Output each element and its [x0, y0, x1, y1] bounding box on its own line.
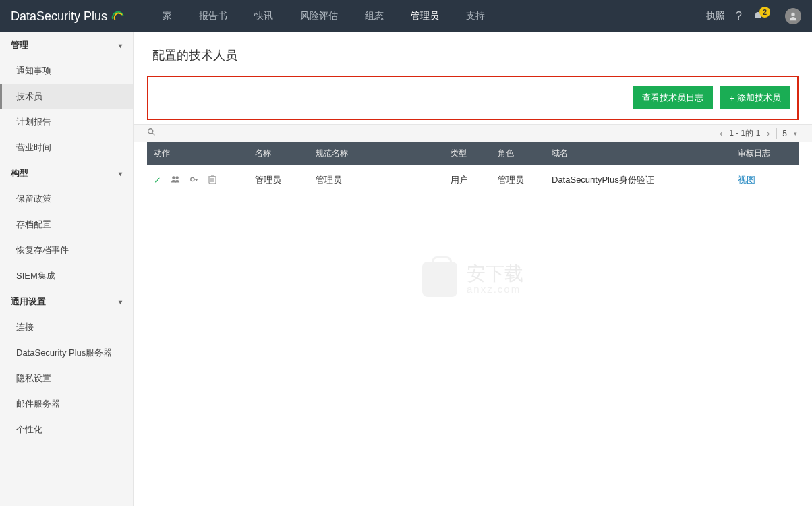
sidebar-item-1-2[interactable]: 恢复存档事件: [0, 237, 133, 263]
pager-next-icon[interactable]: ›: [765, 129, 771, 138]
caret-down-icon: ▾: [119, 298, 122, 306]
sidebar-item-0-0[interactable]: 通知事项: [0, 58, 133, 84]
sidebar-item-2-2[interactable]: 隐私设置: [0, 366, 133, 391]
nav-item-1[interactable]: 报告书: [185, 0, 241, 32]
svg-point-5: [191, 177, 194, 181]
svg-point-4: [175, 176, 178, 179]
nav-item-5[interactable]: 管理员: [397, 0, 453, 32]
pagesize-dropdown-icon[interactable]: ▾: [792, 130, 799, 137]
caret-down-icon: ▾: [119, 42, 122, 49]
brand-logo: DataSecurity Plus: [0, 9, 136, 24]
watermark: 安下载 anxz.com: [422, 262, 523, 297]
logo-arc-icon: [111, 9, 125, 23]
watermark-main: 安下载: [467, 264, 523, 283]
key-icon[interactable]: [190, 175, 199, 186]
topbar: DataSecurity Plus 家报告书快讯风险评估组态管理员支持 执照 ?…: [0, 0, 812, 32]
table-toolbar: ‹ 1 - 1的 1 › 5 ▾: [134, 124, 812, 142]
main-nav: 家报告书快讯风险评估组态管理员支持: [149, 0, 498, 32]
search-icon[interactable]: [147, 128, 156, 139]
cell-spec-name: 管理员: [309, 165, 444, 196]
pager-prev-icon[interactable]: ‹: [718, 129, 724, 138]
add-technician-button[interactable]: + 添加技术员: [720, 86, 790, 109]
sidebar-item-1-1[interactable]: 存档配置: [0, 212, 133, 237]
col-name: 名称: [248, 142, 309, 165]
sidebar: 管理▾通知事项技术员计划报告营业时间构型▾保留政策存档配置恢复存档事件SIEM集…: [0, 32, 134, 506]
nav-item-0[interactable]: 家: [149, 0, 185, 32]
sidebar-item-2-4[interactable]: 个性化: [0, 417, 133, 443]
cell-name: 管理员: [248, 165, 309, 196]
sidebar-item-1-3[interactable]: SIEM集成: [0, 263, 133, 289]
sidebar-section-1[interactable]: 构型▾: [0, 161, 133, 186]
cell-domain: DataSecurityPlus身份验证: [545, 165, 731, 196]
table-row: ✓管理员管理员用户管理员DataSecurityPlus身份验证视图: [147, 165, 799, 196]
svg-line-2: [152, 133, 155, 136]
col-domain: 域名: [545, 142, 731, 165]
pager-range: 1 - 1的 1: [729, 128, 760, 139]
caret-down-icon: ▾: [119, 170, 122, 177]
brand-suffix: Plus: [84, 9, 107, 24]
pager-divider: [776, 128, 777, 139]
svg-point-1: [148, 129, 153, 134]
page-title: 配置的技术人员: [147, 32, 799, 76]
svg-point-3: [172, 176, 175, 179]
pager-pagesize[interactable]: 5: [782, 129, 787, 138]
main-content: 配置的技术人员 查看技术员日志 + 添加技术员 ‹ 1 - 1的 1 › 5 ▾: [134, 32, 812, 506]
action-highlight-box: 查看技术员日志 + 添加技术员: [147, 76, 799, 120]
nav-item-3[interactable]: 风险评估: [287, 0, 351, 32]
help-icon[interactable]: ?: [736, 10, 742, 22]
notification-badge: 2: [759, 7, 770, 18]
sidebar-item-0-1[interactable]: 技术员: [0, 84, 133, 109]
nav-item-2[interactable]: 快讯: [241, 0, 287, 32]
watermark-sub: anxz.com: [467, 283, 523, 295]
plus-icon: +: [729, 93, 734, 103]
svg-point-0: [791, 13, 794, 16]
topbar-right: 执照 ? 2: [706, 8, 812, 24]
sidebar-item-2-3[interactable]: 邮件服务器: [0, 391, 133, 417]
user-avatar-icon[interactable]: [785, 8, 801, 24]
nav-item-6[interactable]: 支持: [453, 0, 498, 32]
brand-name: DataSecurity: [11, 9, 80, 24]
sidebar-item-1-0[interactable]: 保留政策: [0, 186, 133, 212]
sidebar-section-2[interactable]: 通用设置▾: [0, 289, 133, 314]
col-audit: 审核日志: [731, 142, 799, 165]
pager: ‹ 1 - 1的 1 › 5 ▾: [718, 128, 799, 139]
table-header-row: 动作 名称 规范名称 类型 角色 域名 审核日志: [147, 142, 799, 165]
sidebar-item-0-3[interactable]: 营业时间: [0, 135, 133, 161]
col-role: 角色: [491, 142, 545, 165]
watermark-shield-icon: [422, 262, 457, 297]
technicians-table: 动作 名称 规范名称 类型 角色 域名 审核日志 ✓管理员管理员用户管理员Dat…: [147, 142, 799, 196]
col-action: 动作: [147, 142, 248, 165]
assign-icon[interactable]: [171, 175, 180, 186]
view-tech-log-button[interactable]: 查看技术员日志: [633, 86, 713, 109]
enable-icon[interactable]: ✓: [154, 175, 161, 186]
cell-type: 用户: [444, 165, 491, 196]
col-type: 类型: [444, 142, 491, 165]
notifications-icon[interactable]: 2: [753, 11, 774, 22]
sidebar-section-0[interactable]: 管理▾: [0, 32, 133, 58]
nav-item-4[interactable]: 组态: [351, 0, 397, 32]
license-link[interactable]: 执照: [706, 10, 725, 22]
audit-view-link[interactable]: 视图: [738, 175, 755, 185]
cell-role: 管理员: [491, 165, 545, 196]
col-spec-name: 规范名称: [309, 142, 444, 165]
delete-icon[interactable]: [208, 175, 216, 186]
sidebar-item-2-0[interactable]: 连接: [0, 314, 133, 340]
sidebar-item-2-1[interactable]: DataSecurity Plus服务器: [0, 340, 133, 366]
sidebar-item-0-2[interactable]: 计划报告: [0, 109, 133, 135]
